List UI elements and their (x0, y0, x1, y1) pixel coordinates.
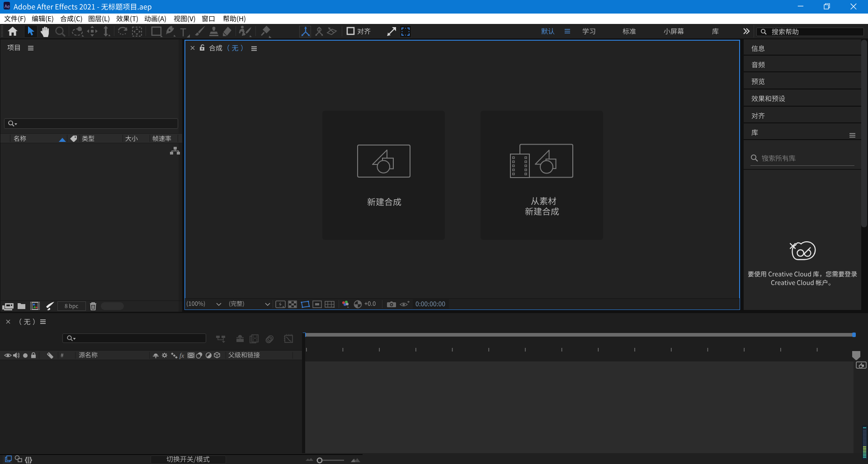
svg-text:fx: fx (179, 352, 184, 359)
